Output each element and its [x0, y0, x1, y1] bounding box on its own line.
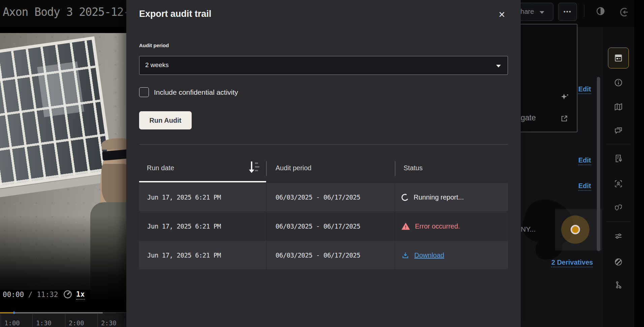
ruler-tick [97, 314, 98, 327]
rail-tab-restricted[interactable] [614, 257, 623, 267]
status-cell: Download [401, 241, 444, 269]
status-cell: Error occurred. [401, 212, 460, 240]
warning-icon [401, 223, 410, 230]
table-row: Jun 17, 2025 6:21 PM06/03/2025 - 06/17/2… [139, 183, 508, 211]
close-icon[interactable]: ✕ [496, 9, 508, 20]
audit-period-cell: 06/03/2025 - 06/17/2025 [276, 241, 360, 269]
sort-bar [255, 166, 259, 168]
sort-bar [255, 170, 258, 171]
playback-speed-button[interactable]: 1x [76, 290, 85, 300]
sparkle-ai-icon[interactable] [560, 92, 570, 102]
form-icon [614, 53, 623, 63]
map-caption-clipped: NY... [521, 225, 536, 233]
header-divider [584, 5, 584, 17]
ruler-label: 2:30 [101, 319, 117, 327]
derivatives-link[interactable]: 2 Derivatives [551, 259, 593, 267]
sort-descending-icon[interactable] [249, 161, 260, 175]
evidence-logo-icon[interactable] [619, 7, 630, 17]
video-frame-window-pane [37, 61, 84, 117]
map-icon [614, 102, 623, 112]
shields-icon [614, 203, 623, 212]
table-rows: Jun 17, 2025 6:21 PM06/03/2025 - 06/17/2… [139, 183, 508, 270]
rail-tab-map[interactable] [614, 102, 623, 112]
info-icon [614, 78, 623, 87]
table-row: Jun 17, 2025 6:21 PM06/03/2025 - 06/17/2… [139, 241, 508, 269]
spinner-icon [401, 193, 410, 202]
rail-tab-security[interactable] [614, 203, 623, 212]
sort-arrow [251, 161, 252, 170]
confidential-checkbox[interactable] [139, 87, 149, 97]
run-date-cell: Jun 17, 2025 6:21 PM [147, 241, 221, 269]
timeline-loaded-segment [14, 312, 103, 314]
timeline-ruler[interactable]: 1:00 1:30 2:00 2:30 [0, 314, 127, 327]
table-row: Jun 17, 2025 6:21 PM06/03/2025 - 06/17/2… [139, 212, 508, 240]
current-time: 00:00 [3, 291, 24, 299]
rail-tab-info[interactable] [614, 78, 623, 87]
audit-period-value: 2 weeks [145, 61, 169, 69]
video-player[interactable]: 00:00 / 11:32 1x 1:00 1:30 2:00 2:30 [0, 27, 127, 327]
run-date-cell: Jun 17, 2025 6:21 PM [147, 212, 221, 240]
timeline-marked-segment [0, 312, 14, 314]
playback-time: 00:00 / 11:32 [3, 291, 58, 299]
ruler-tick [32, 314, 33, 327]
video-frame-beard [102, 164, 127, 206]
status-cell: Running report... [401, 183, 464, 211]
rail-divider [606, 221, 631, 222]
overflow-menu-icon: ••• [564, 8, 572, 15]
evidence-title: Axon Body 3 2025-12- [3, 5, 130, 19]
audit-period-select[interactable]: 2 weeks [139, 56, 508, 75]
column-divider [395, 161, 395, 176]
edit-link[interactable]: Edit [578, 156, 591, 165]
overflow-menu-button[interactable]: ••• [558, 3, 577, 21]
panel-scrollbar[interactable] [597, 77, 600, 251]
chevron-down-icon [496, 65, 501, 67]
branch-icon [614, 280, 623, 290]
audit-period-cell: 06/03/2025 - 06/17/2025 [276, 212, 360, 240]
sliders-icon [614, 231, 623, 241]
sort-bar [255, 162, 258, 164]
column-header-status[interactable]: Status [404, 164, 423, 172]
duration: 11:32 [37, 291, 58, 299]
map-location-marker[interactable] [571, 225, 580, 234]
timeline-track[interactable] [0, 312, 127, 314]
external-link-icon[interactable] [560, 115, 568, 123]
status-label: Error occurred. [415, 222, 460, 230]
time-separator: / [24, 291, 37, 299]
video-bottom-gradient [0, 216, 127, 327]
rail-tab-comments[interactable] [614, 126, 623, 135]
modal-title: Export audit trail [139, 9, 212, 19]
status-label: Running report... [414, 194, 464, 201]
menu-item-label-clipped[interactable]: gate [521, 113, 536, 122]
rail-tab-form-active[interactable] [608, 48, 629, 68]
audit-period-cell: 06/03/2025 - 06/17/2025 [276, 183, 360, 211]
rail-tab-settings[interactable] [614, 231, 623, 241]
ruler-tick [1, 314, 1, 327]
transcript-mic-icon [614, 154, 623, 163]
run-date-cell: Jun 17, 2025 6:21 PM [147, 183, 221, 211]
edit-link[interactable]: Edit [578, 182, 591, 191]
column-header-run-date[interactable]: Run date [147, 164, 174, 172]
rail-tab-redaction[interactable] [614, 179, 623, 188]
playback-speed-icon[interactable] [63, 289, 73, 299]
run-audit-button[interactable]: Run Audit [139, 111, 192, 129]
audit-period-label: Audit period [139, 42, 169, 48]
sorted-column-underline [139, 181, 266, 182]
chevron-down-icon [540, 11, 544, 14]
contrast-icon[interactable] [596, 6, 605, 16]
rail-tab-transcript[interactable] [614, 154, 623, 163]
modal-divider [139, 144, 508, 145]
export-audit-trail-modal: Export audit trail ✕ Audit period 2 week… [126, 0, 521, 327]
hatched-circle-icon [614, 257, 623, 267]
edit-link[interactable]: Edit [578, 85, 591, 94]
column-header-audit-period[interactable]: Audit period [276, 164, 312, 172]
rail-tab-relationships[interactable] [614, 280, 623, 290]
ruler-tick [65, 314, 65, 327]
app-root: Axon Body 3 2025-12- Share ••• [0, 0, 644, 327]
status-label[interactable]: Download [414, 251, 444, 259]
ruler-label: 1:30 [36, 319, 52, 327]
sort-arrow-head [249, 170, 254, 173]
person-frame-icon [614, 179, 623, 188]
confidential-checkbox-label: Include confidential activity [154, 88, 238, 96]
download-icon [401, 251, 409, 259]
column-divider [266, 161, 267, 176]
